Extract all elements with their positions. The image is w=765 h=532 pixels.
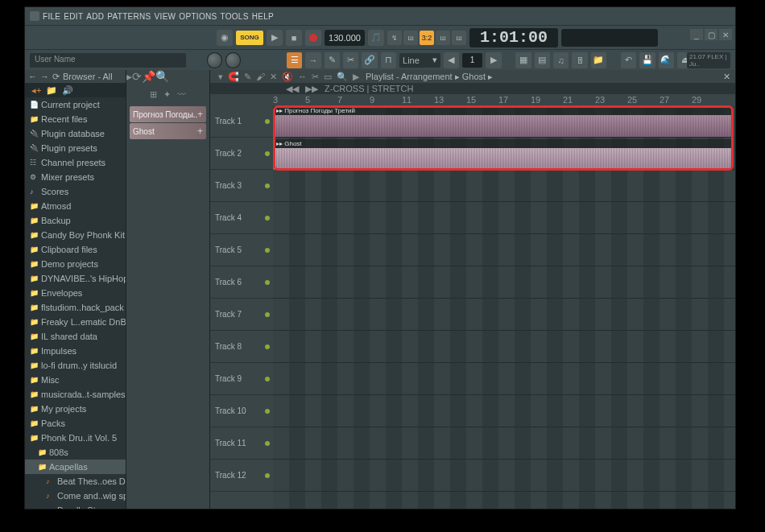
track-label[interactable]: Track 1 xyxy=(210,105,273,138)
mode-btn-3[interactable]: 3:2 xyxy=(420,31,434,45)
menu-file[interactable]: FILE xyxy=(43,12,60,21)
track-row[interactable] xyxy=(273,299,735,331)
browser-item[interactable]: 📁musicrada..t-samples xyxy=(25,387,126,402)
audio-clip-2[interactable]: ▸▸ Ghost xyxy=(273,139,732,170)
tool-icon-1[interactable]: → xyxy=(305,52,320,68)
panel-icon-2[interactable]: ▤ xyxy=(535,52,550,68)
record-button[interactable] xyxy=(305,30,321,46)
metronome-icon[interactable]: 🎵 xyxy=(368,30,384,46)
browser-item[interactable]: 📁IL shared data xyxy=(25,329,126,344)
snap-selector[interactable]: Line▾ xyxy=(399,53,440,68)
undo-icon[interactable]: ↶ xyxy=(621,52,636,68)
pat-song-toggle-icon[interactable]: ◉ xyxy=(217,30,233,46)
mode-btn-5[interactable]: ш xyxy=(452,31,466,45)
playlist-ruler[interactable]: 357911131517192123252729 xyxy=(210,94,735,105)
magnet-icon[interactable]: ⊓ xyxy=(381,52,396,68)
mode-btn-2[interactable]: ш xyxy=(403,31,418,45)
browser-item[interactable]: 📁Recent files xyxy=(25,112,126,126)
track-mute-dot[interactable] xyxy=(265,151,270,156)
track-mute-dot[interactable] xyxy=(265,473,270,478)
browser-item[interactable]: ♪Scores xyxy=(25,184,126,199)
browser-arrow-icon[interactable]: → xyxy=(40,72,49,81)
volume-knob[interactable] xyxy=(207,52,222,68)
mixer-icon[interactable]: 🎚 xyxy=(572,52,587,68)
tool-icon-3[interactable]: ✂ xyxy=(343,52,358,68)
browser-item[interactable]: 📁DYNAVIBE..'s HipHop xyxy=(25,271,126,286)
picker-pin-icon[interactable]: 📌 xyxy=(142,70,155,83)
track-mute-dot[interactable] xyxy=(265,280,270,285)
track-row[interactable] xyxy=(273,427,735,460)
step-fwd-icon[interactable]: ▶ xyxy=(486,52,501,68)
pl-select-icon[interactable]: ▭ xyxy=(324,72,332,82)
menu-options[interactable]: OPTIONS xyxy=(179,12,217,21)
browser-item[interactable]: 📁808s xyxy=(25,445,126,460)
track-label[interactable]: Track 12 xyxy=(210,460,273,492)
song-mode-button[interactable]: SONG xyxy=(236,31,263,45)
link-icon[interactable]: 🔗 xyxy=(362,52,377,68)
track-mute-dot[interactable] xyxy=(265,344,270,349)
maximize-button[interactable]: ▢ xyxy=(705,29,717,40)
menu-tools[interactable]: TOOLS xyxy=(220,12,248,21)
browser-item[interactable]: 📁Atmosd xyxy=(25,199,126,213)
track-mute-dot[interactable] xyxy=(265,216,270,221)
playlist-body[interactable]: Track 1Track 2Track 3Track 4Track 5Track… xyxy=(210,105,735,509)
track-mute-dot[interactable] xyxy=(265,184,270,188)
track-row[interactable] xyxy=(273,202,735,234)
track-label[interactable]: Track 7 xyxy=(210,299,273,331)
close-button[interactable]: ✕ xyxy=(719,29,732,40)
track-label[interactable]: Track 6 xyxy=(210,266,273,299)
track-mute-dot[interactable] xyxy=(265,377,270,381)
minimize-button[interactable]: _ xyxy=(690,29,703,40)
track-row[interactable] xyxy=(273,363,735,395)
clip-header[interactable]: ▸▸ Прогноз Погоды Третий xyxy=(273,106,732,115)
track-row[interactable] xyxy=(273,395,735,427)
menu-add[interactable]: ADD xyxy=(86,12,104,21)
track-row[interactable] xyxy=(273,170,735,202)
track-label[interactable]: Track 2 xyxy=(210,138,273,170)
browser-item[interactable]: 📁Misc xyxy=(25,373,126,387)
tool-icon-2[interactable]: ✎ xyxy=(325,52,340,68)
browser-item[interactable]: 📁My projects xyxy=(25,402,126,416)
speaker-icon[interactable]: 🔊 xyxy=(62,85,73,96)
track-label[interactable]: Track 10 xyxy=(210,395,273,427)
menu-patterns[interactable]: PATTERNS xyxy=(107,12,151,21)
save-icon[interactable]: 💾 xyxy=(639,52,655,68)
browser-item[interactable]: 📁Candy Boy Phonk Kit xyxy=(25,228,126,242)
play-button[interactable]: ▶ xyxy=(267,30,283,46)
pattern-number[interactable]: 1 xyxy=(462,53,482,68)
browser-item[interactable]: 📁lo-fi drum..y itslucid xyxy=(25,358,126,373)
mode-btn-1[interactable]: ↯ xyxy=(387,31,402,45)
pl-slip-icon[interactable]: ↔ xyxy=(298,72,307,81)
marker-prev-icon[interactable]: ◀◀ xyxy=(286,84,299,94)
panel-icon-1[interactable]: ▦ xyxy=(515,52,531,68)
menu-view[interactable]: VIEW xyxy=(155,12,176,21)
playlist-close-icon[interactable]: ✕ xyxy=(723,72,730,82)
track-mute-dot[interactable] xyxy=(265,441,270,446)
browser-item[interactable]: 📁Acapellas xyxy=(25,460,126,474)
track-row[interactable] xyxy=(273,460,735,492)
browser-item[interactable]: 📁Demo projects xyxy=(25,257,126,271)
track-row[interactable] xyxy=(273,331,735,363)
clip-header[interactable]: ▸▸ Ghost xyxy=(273,139,732,148)
track-row[interactable] xyxy=(273,234,735,266)
pl-menu-icon[interactable]: ▾ xyxy=(218,72,223,82)
pl-paint-icon[interactable]: 🖌 xyxy=(256,72,265,81)
track-mute-dot[interactable] xyxy=(265,248,270,253)
track-label[interactable]: Track 11 xyxy=(210,427,273,460)
browser-item[interactable]: 📁Envelopes xyxy=(25,286,126,300)
browser-item[interactable]: 📁Freaky L..ematic DnB xyxy=(25,315,126,329)
browser-item[interactable]: 🔌Plugin presets xyxy=(25,141,126,155)
track-row[interactable] xyxy=(273,266,735,299)
view-playlist-button[interactable]: ☰ xyxy=(287,52,302,68)
track-label[interactable]: Track 4 xyxy=(210,202,273,234)
browser-arrow-icon[interactable]: ← xyxy=(28,72,37,81)
piano-roll-icon[interactable]: ♫ xyxy=(553,52,569,68)
browser-item[interactable]: 📁Backup xyxy=(25,213,126,228)
render-icon[interactable]: 🌊 xyxy=(659,52,674,68)
folder-icon[interactable]: 📁 xyxy=(46,85,57,96)
pattern-item[interactable]: Прогноз Погоды.. xyxy=(130,106,206,122)
menu-help[interactable]: HELP xyxy=(252,12,274,21)
browser-icon[interactable]: 📁 xyxy=(591,52,606,68)
timeline-opts[interactable]: Z-CROSS | STRETCH xyxy=(325,84,413,93)
browser-item[interactable]: 📄Current project xyxy=(25,97,126,112)
